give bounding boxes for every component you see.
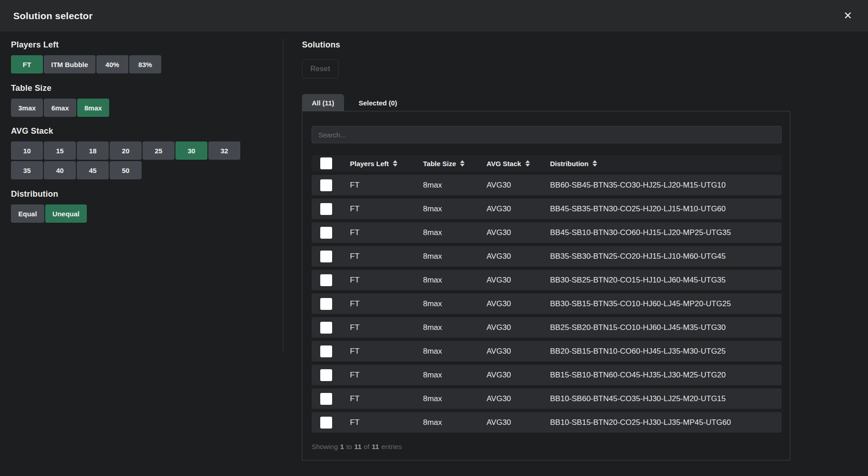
cell-avg-stack: AVG30 xyxy=(487,347,550,356)
avg-stack-option-50[interactable]: 50 xyxy=(110,161,142,179)
cell-players-left: FT xyxy=(350,276,423,285)
row-checkbox-cell xyxy=(312,369,350,381)
table-row[interactable]: FT8maxAVG30BB30-SB15-BTN35-CO10-HJ60-LJ4… xyxy=(312,293,782,314)
column-header-avg-stack[interactable]: AVG Stack xyxy=(487,160,550,167)
row-checkbox[interactable] xyxy=(320,393,332,405)
column-header-players-left[interactable]: Players Left xyxy=(350,160,423,167)
close-icon[interactable]: ✕ xyxy=(838,0,858,31)
avg-stack-option-10[interactable]: 10 xyxy=(11,141,43,160)
table-row[interactable]: FT8maxAVG30BB10-SB15-BTN20-CO25-HJ30-LJ3… xyxy=(312,412,782,433)
table-row[interactable]: FT8maxAVG30BB15-SB10-BTN60-CO45-HJ35-LJ3… xyxy=(312,365,782,385)
distribution-option-unequal[interactable]: Unequal xyxy=(45,204,87,223)
cell-players-left: FT xyxy=(350,228,423,237)
row-checkbox[interactable] xyxy=(320,179,332,191)
avg-stack-option-15[interactable]: 15 xyxy=(44,141,76,160)
avg-stack-option-30[interactable]: 30 xyxy=(175,141,207,160)
sort-icon xyxy=(525,160,530,167)
tab-all[interactable]: All (11) xyxy=(302,94,344,111)
players-left-option-itm-bubble[interactable]: ITM Bubble xyxy=(44,55,95,73)
avg-stack-option-20[interactable]: 20 xyxy=(110,141,142,160)
column-header-label: Players Left xyxy=(350,160,389,167)
cell-players-left: FT xyxy=(350,299,423,309)
reset-button[interactable]: Reset xyxy=(302,59,339,78)
cell-table-size: 8max xyxy=(423,252,487,261)
table-row[interactable]: FT8maxAVG30BB20-SB15-BTN10-CO60-HJ45-LJ3… xyxy=(312,341,782,361)
footer-showing-label: Showing xyxy=(312,443,338,450)
row-checkbox-cell xyxy=(312,274,350,286)
cell-players-left: FT xyxy=(350,323,423,332)
cell-table-size: 8max xyxy=(423,371,487,380)
cell-avg-stack: AVG30 xyxy=(487,323,550,332)
row-checkbox[interactable] xyxy=(320,251,332,262)
players-left-option-40[interactable]: 40% xyxy=(96,55,128,73)
table-size-option-3max[interactable]: 3max xyxy=(11,99,43,117)
cell-avg-stack: AVG30 xyxy=(487,394,550,403)
footer-entries-label: entries xyxy=(381,443,402,450)
players-left-label: Players Left xyxy=(11,40,58,50)
row-checkbox[interactable] xyxy=(320,417,332,429)
row-checkbox[interactable] xyxy=(320,203,332,215)
select-all-checkbox[interactable] xyxy=(320,157,332,169)
cell-table-size: 8max xyxy=(423,181,487,190)
table-header-row: Players LeftTable SizeAVG StackDistribut… xyxy=(312,155,782,172)
row-checkbox[interactable] xyxy=(320,322,332,334)
table-row[interactable]: FT8maxAVG30BB45-SB35-BTN30-CO25-HJ20-LJ1… xyxy=(312,199,782,219)
table-size-options: 3max6max8max xyxy=(11,99,110,118)
avg-stack-option-18[interactable]: 18 xyxy=(77,141,109,160)
cell-avg-stack: AVG30 xyxy=(487,371,550,380)
solutions-tabs: All (11) Selected (0) xyxy=(302,94,405,111)
cell-table-size: 8max xyxy=(423,299,487,309)
row-checkbox-cell xyxy=(312,227,350,239)
search-input[interactable] xyxy=(312,126,782,143)
distribution-option-equal[interactable]: Equal xyxy=(11,204,44,223)
cell-players-left: FT xyxy=(350,371,423,380)
table-row[interactable]: FT8maxAVG30BB10-SB60-BTN45-CO35-HJ30-LJ2… xyxy=(312,388,782,409)
row-checkbox[interactable] xyxy=(320,274,332,286)
avg-stack-option-25[interactable]: 25 xyxy=(143,141,175,160)
cell-avg-stack: AVG30 xyxy=(487,204,550,214)
cell-avg-stack: AVG30 xyxy=(487,181,550,190)
footer-from-value: 1 xyxy=(340,443,344,450)
tab-selected[interactable]: Selected (0) xyxy=(350,94,405,111)
avg-stack-option-45[interactable]: 45 xyxy=(77,161,109,179)
page-title: Solution selector xyxy=(13,0,93,31)
distribution-label: Distribution xyxy=(11,189,58,199)
cell-table-size: 8max xyxy=(423,276,487,285)
avg-stack-option-40[interactable]: 40 xyxy=(44,161,76,179)
cell-distribution: BB30-SB15-BTN35-CO10-HJ60-LJ45-MP20-UTG2… xyxy=(550,299,782,309)
table-row[interactable]: FT8maxAVG30BB35-SB30-BTN25-CO20-HJ15-LJ1… xyxy=(312,246,782,267)
row-checkbox[interactable] xyxy=(320,369,332,381)
cell-table-size: 8max xyxy=(423,347,487,356)
sort-icon xyxy=(393,160,397,167)
footer-total-value: 11 xyxy=(372,443,379,450)
column-header-label: AVG Stack xyxy=(487,160,521,167)
row-checkbox-cell xyxy=(312,298,350,310)
players-left-option-83[interactable]: 83% xyxy=(129,55,161,73)
row-checkbox[interactable] xyxy=(320,227,332,239)
distribution-options: EqualUnequal xyxy=(11,204,88,224)
sort-icon xyxy=(593,160,597,167)
cell-players-left: FT xyxy=(350,418,423,427)
cell-avg-stack: AVG30 xyxy=(487,228,550,237)
cell-table-size: 8max xyxy=(423,418,487,427)
row-checkbox[interactable] xyxy=(320,345,332,357)
table-row[interactable]: FT8maxAVG30BB60-SB45-BTN35-CO30-HJ25-LJ2… xyxy=(312,175,782,195)
cell-players-left: FT xyxy=(350,394,423,403)
avg-stack-option-32[interactable]: 32 xyxy=(208,141,240,160)
row-checkbox[interactable] xyxy=(320,298,332,310)
column-header-table-size[interactable]: Table Size xyxy=(423,160,487,167)
table-size-option-6max[interactable]: 6max xyxy=(44,99,76,117)
column-header-distribution[interactable]: Distribution xyxy=(550,160,782,167)
table-row[interactable]: FT8maxAVG30BB45-SB10-BTN30-CO60-HJ15-LJ2… xyxy=(312,222,782,243)
cell-table-size: 8max xyxy=(423,323,487,332)
players-left-option-ft[interactable]: FT xyxy=(11,55,43,73)
avg-stack-option-35[interactable]: 35 xyxy=(11,161,43,179)
footer-of-label: of xyxy=(364,443,370,450)
table-size-option-8max[interactable]: 8max xyxy=(77,99,109,117)
row-checkbox-cell xyxy=(312,203,350,215)
cell-table-size: 8max xyxy=(423,204,487,214)
header-checkbox-cell xyxy=(312,157,350,169)
cell-table-size: 8max xyxy=(423,394,487,403)
table-row[interactable]: FT8maxAVG30BB25-SB20-BTN15-CO10-HJ60-LJ4… xyxy=(312,317,782,338)
table-row[interactable]: FT8maxAVG30BB30-SB25-BTN20-CO15-HJ10-LJ6… xyxy=(312,270,782,290)
